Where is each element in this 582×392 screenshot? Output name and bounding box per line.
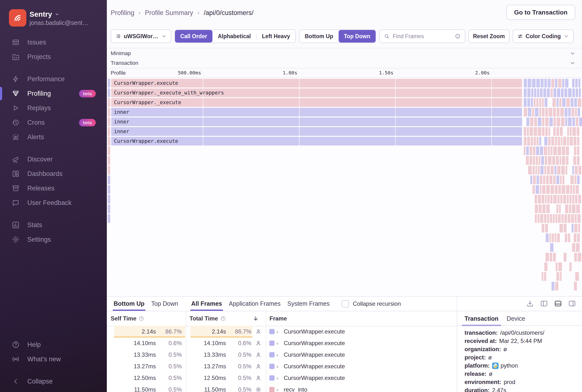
flame-frame[interactable]	[532, 166, 535, 174]
expand-chevron-icon[interactable]: ›	[276, 360, 278, 372]
flame-strip-frame[interactable]	[108, 79, 110, 88]
flame-frame[interactable]	[577, 176, 580, 184]
flame-frame[interactable]	[557, 234, 560, 242]
flame-frame[interactable]	[536, 137, 538, 146]
flame-frame[interactable]	[544, 214, 546, 223]
flame-frame[interactable]	[554, 166, 556, 174]
flame-frame[interactable]	[539, 108, 541, 116]
tab-bottom-up[interactable]: Bottom Up	[110, 296, 148, 311]
flame-frame[interactable]	[568, 214, 570, 223]
flame-strip-frame[interactable]	[108, 146, 110, 155]
flame-frame[interactable]	[558, 262, 562, 271]
flame-frame[interactable]	[542, 185, 546, 194]
flame-frame[interactable]	[548, 137, 550, 146]
sidebar-item-stats[interactable]: Stats	[0, 218, 107, 232]
flame-frame[interactable]	[530, 146, 532, 155]
flame-frame[interactable]	[540, 146, 543, 155]
flame-strip-frame[interactable]	[108, 88, 110, 97]
flame-frame[interactable]	[577, 234, 580, 242]
flame-frame[interactable]	[524, 146, 526, 155]
flame-strip-frame[interactable]	[108, 98, 110, 107]
flame-frame[interactable]	[574, 282, 577, 290]
sort-option-call-order[interactable]: Call Order	[175, 30, 212, 42]
flame-frame[interactable]	[542, 108, 544, 116]
flame-frame[interactable]	[560, 176, 562, 184]
flame-frame[interactable]	[556, 214, 557, 223]
sidebar-item-replays[interactable]: Replays	[0, 101, 107, 115]
flame-frame[interactable]	[545, 108, 548, 116]
flame-frame[interactable]	[559, 204, 561, 213]
flame-frame[interactable]	[526, 156, 529, 165]
sidebar-item-discover[interactable]: Discover	[0, 152, 107, 166]
flame-frame[interactable]	[538, 214, 540, 223]
flame-frame[interactable]	[556, 127, 559, 136]
flame-frame[interactable]	[578, 224, 580, 232]
flame-frame[interactable]	[530, 118, 534, 126]
flame-frame[interactable]	[556, 204, 558, 213]
flame-frame[interactable]	[552, 156, 555, 165]
flame-strip-frame[interactable]	[108, 204, 110, 213]
flame-frame[interactable]	[544, 262, 548, 271]
sidebar-item-collapse[interactable]: Collapse	[0, 374, 107, 388]
flame-frame[interactable]	[566, 98, 570, 107]
flame-frame[interactable]	[542, 127, 544, 136]
flame-frame[interactable]	[543, 176, 545, 184]
flame-frame[interactable]	[570, 137, 573, 146]
flame-strip-frame[interactable]	[108, 108, 110, 116]
flame-frame[interactable]	[540, 176, 542, 184]
flame-frame[interactable]	[552, 234, 554, 242]
sort-option-alphabetical[interactable]: Alphabetical	[212, 30, 256, 42]
search-input[interactable]	[392, 33, 452, 40]
flame-frame[interactable]	[532, 79, 536, 88]
table-row[interactable]: 13.33ms0.5%13.33ms0.5%›CursorWrapper.exe…	[107, 349, 457, 360]
flame-frame[interactable]	[550, 146, 552, 155]
flame-frame[interactable]	[564, 88, 567, 97]
flame-frame[interactable]	[542, 195, 544, 204]
table-row[interactable]: 11.50ms0.5%11.50ms0.5%›recv_into	[107, 384, 457, 392]
flame-frame[interactable]	[553, 214, 555, 223]
flame-frame[interactable]	[567, 127, 569, 136]
flame-frame[interactable]	[556, 272, 559, 281]
flame-frame[interactable]	[527, 127, 529, 136]
sidebar-item-projects[interactable]: Projects	[0, 50, 107, 64]
flame-frame[interactable]	[564, 224, 566, 232]
flame-frame[interactable]	[530, 176, 532, 184]
flame-frame[interactable]	[555, 137, 557, 146]
flame-frame[interactable]	[531, 137, 533, 146]
flame-frame[interactable]	[573, 185, 575, 194]
flame-frame[interactable]	[563, 195, 566, 204]
flame-frame[interactable]	[544, 272, 546, 281]
flame-frame[interactable]	[560, 156, 561, 165]
flame-frame[interactable]	[568, 118, 572, 126]
flame-frame[interactable]	[536, 146, 539, 155]
flame-frame[interactable]	[539, 156, 540, 165]
table-row[interactable]: 13.27ms0.5%13.27ms0.5%›CursorWrapper.exe…	[107, 360, 457, 372]
details-tab-transaction[interactable]: Transaction	[462, 311, 501, 326]
expand-chevron-icon[interactable]: ›	[276, 349, 278, 360]
sidebar-item-profiling[interactable]: Profilingbeta	[0, 86, 107, 101]
flame-frame[interactable]	[572, 224, 574, 232]
flame-frame[interactable]	[577, 137, 579, 146]
flame-frame[interactable]	[546, 176, 549, 184]
flame-frame[interactable]	[538, 118, 542, 126]
flame-frame[interactable]	[550, 214, 552, 223]
flame-frame[interactable]	[538, 127, 542, 136]
flame-frame[interactable]	[564, 214, 567, 223]
breadcrumb-profiling[interactable]: Profiling	[111, 9, 134, 17]
flame-strip-frame[interactable]	[108, 185, 110, 194]
flame-frame[interactable]	[560, 195, 562, 204]
flame-frame[interactable]	[575, 195, 578, 204]
flame-strip-frame[interactable]	[108, 214, 110, 223]
flame-frame[interactable]	[542, 272, 543, 281]
flame-frame[interactable]	[544, 79, 547, 88]
flame-frame[interactable]	[578, 195, 581, 204]
flame-frame[interactable]	[552, 282, 554, 290]
flame-frame[interactable]	[579, 118, 582, 126]
flame-frame[interactable]	[547, 214, 549, 223]
transaction-section-header[interactable]: Transaction	[107, 58, 582, 68]
flame-frame[interactable]	[558, 137, 560, 146]
flame-frame[interactable]	[536, 156, 538, 165]
flame-frame[interactable]	[572, 118, 575, 126]
flame-frame[interactable]	[546, 204, 550, 213]
flame-frame[interactable]	[575, 272, 579, 281]
